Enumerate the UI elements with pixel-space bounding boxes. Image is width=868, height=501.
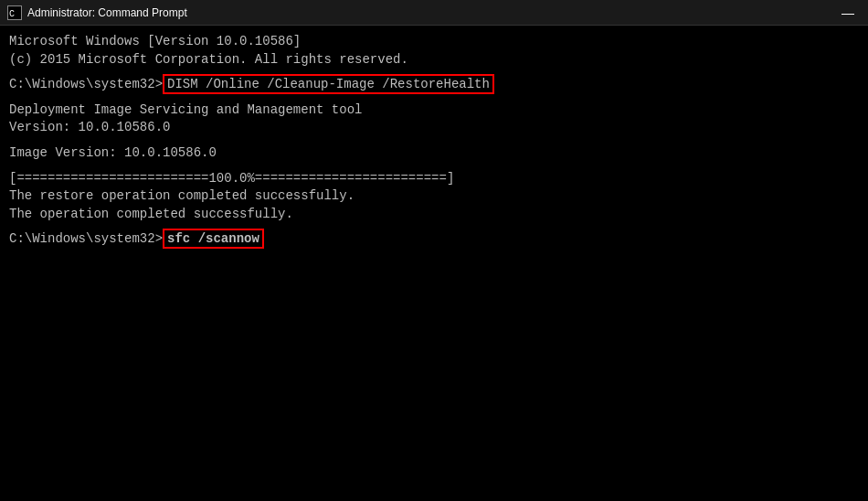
svg-text:C: C xyxy=(9,9,15,19)
line-image-version: Image Version: 10.0.10586.0 xyxy=(9,144,859,163)
line-2: (c) 2015 Microsoft Corporation. All righ… xyxy=(9,51,859,69)
line-operation-ok: The operation completed successfully. xyxy=(9,206,859,224)
terminal-body[interactable]: Microsoft Windows [Version 10.0.10586] (… xyxy=(0,26,868,501)
prompt-2: C:\Windows\system32> xyxy=(9,231,163,246)
window-title: Administrator: Command Prompt xyxy=(27,6,835,19)
line-1: Microsoft Windows [Version 10.0.10586] xyxy=(9,33,859,51)
minimize-button[interactable]: — xyxy=(835,4,861,22)
line-version: Version: 10.0.10586.0 xyxy=(9,119,859,137)
line-progress: [=========================100.0%========… xyxy=(9,170,859,188)
dism-command: DISM /Online /Cleanup-Image /RestoreHeal… xyxy=(163,74,494,94)
cmd-window: C Administrator: Command Prompt — Micros… xyxy=(0,0,868,501)
spacer-5 xyxy=(9,223,859,230)
line-dism-tool: Deployment Image Servicing and Managemen… xyxy=(9,101,859,120)
cmd-icon: C xyxy=(7,5,22,20)
spacer-3 xyxy=(9,137,859,144)
spacer-4 xyxy=(9,163,859,170)
line-sfc-command: C:\Windows\system32>sfc /scannow xyxy=(9,230,859,249)
line-dism-command: C:\Windows\system32>DISM /Online /Cleanu… xyxy=(9,76,859,94)
sfc-command: sfc /scannow xyxy=(163,229,264,249)
title-bar: C Administrator: Command Prompt — xyxy=(0,0,868,26)
window-controls: — xyxy=(835,4,861,22)
line-restore-ok: The restore operation completed successf… xyxy=(9,187,859,206)
prompt-1: C:\Windows\system32> xyxy=(9,77,163,91)
spacer-2 xyxy=(9,94,859,101)
